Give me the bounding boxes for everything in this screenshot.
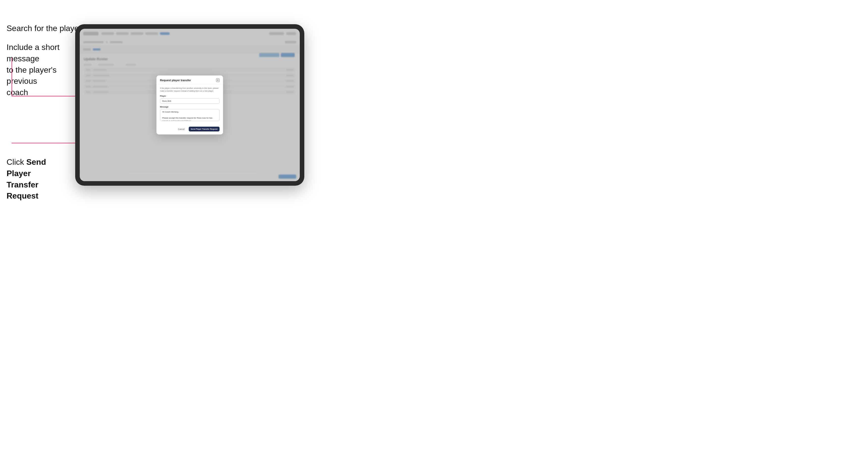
send-transfer-request-button[interactable]: Send Player Transfer Request	[189, 127, 219, 131]
player-field-label: Player	[160, 95, 219, 97]
modal-footer: Cancel Send Player Transfer Request	[156, 125, 223, 134]
annotation-message-text: Include a short message to the player's …	[6, 42, 72, 98]
modal-overlay: Request player transfer × If the player …	[80, 29, 300, 181]
tablet-screen: Update Roster	[80, 29, 300, 181]
modal-description: If the player is transferring from anoth…	[160, 87, 219, 93]
tablet-device: Update Roster	[75, 24, 304, 186]
message-field-label: Message	[160, 106, 219, 108]
message-textarea[interactable]: Hi Coach McHarg, Please accept this tran…	[160, 109, 219, 121]
modal-close-button[interactable]: ×	[216, 79, 219, 82]
modal-title: Request player transfer	[160, 79, 191, 82]
player-input[interactable]	[160, 98, 219, 104]
modal-header: Request player transfer ×	[156, 75, 223, 84]
annotation-search-text: Search for the player.	[6, 23, 83, 34]
cancel-button[interactable]: Cancel	[176, 127, 186, 131]
annotation-click-text: Click Send Player Transfer Request	[6, 156, 62, 201]
annotation-line-v1	[11, 58, 12, 96]
modal-body: If the player is transferring from anoth…	[156, 84, 223, 125]
request-transfer-modal: Request player transfer × If the player …	[156, 75, 223, 135]
